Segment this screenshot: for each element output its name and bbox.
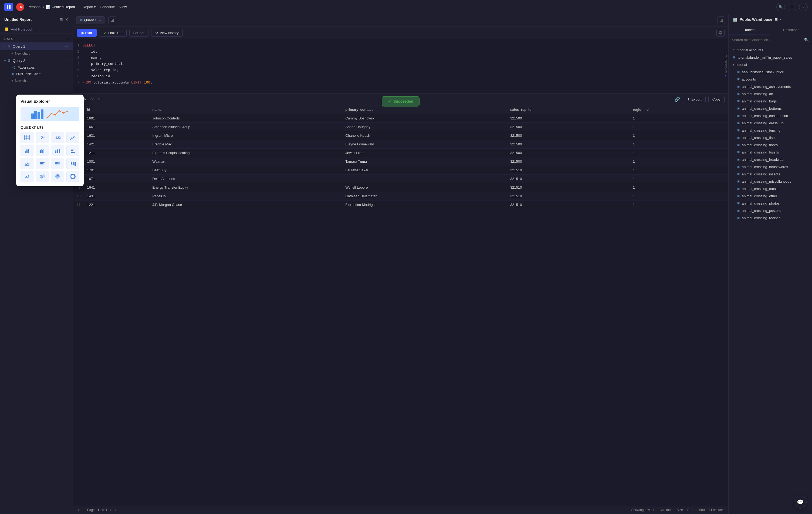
ve-banner[interactable] [21,107,73,121]
col-sales-rep-id[interactable]: sales_rep_id [506,105,629,114]
chart-type-area2[interactable] [21,171,33,182]
col-id[interactable]: id [83,105,148,114]
next-page-button[interactable]: › [109,508,112,512]
list-item[interactable]: ⊞ animal_crossing_photos [729,200,812,207]
list-item[interactable]: ⊞ animal_crossing_fish [729,134,812,141]
chart-type-grouped-bar[interactable] [36,145,49,156]
list-item[interactable]: ⊞ animal_crossing_fossils [729,148,812,156]
help-button[interactable]: ? [799,3,808,11]
settings-button[interactable] [717,29,725,37]
list-item[interactable]: ⊞ animal_crossing_other [729,192,812,200]
list-item[interactable]: ⊞ animal_crossing_bottoms [729,105,812,112]
svg-rect-50 [55,165,59,165]
query1-more-icon[interactable]: ··· [65,44,68,48]
add-notebook-button[interactable]: 📒 Add Notebook [0,25,72,34]
last-page-button[interactable]: » [114,508,118,512]
chart-type-stacked-list[interactable] [51,158,64,169]
list-item[interactable]: ⊞ animal_crossing_art [729,90,812,98]
search-button[interactable]: 🔍 [776,3,785,11]
list-item[interactable]: ⊞ animal_crossing_insects [729,170,812,178]
search-input[interactable] [732,38,802,42]
list-item[interactable]: ⊞ animal_crossing_floors [729,141,812,148]
sidebar-expand-btn[interactable]: ✕ [65,17,68,22]
pivot-table-item[interactable]: ⊞ Pivot Table Chart [0,71,72,77]
chart-type-scatter[interactable] [36,132,49,143]
add-button[interactable]: + [788,3,796,11]
svg-point-13 [67,111,68,112]
nav-view[interactable]: View [119,5,127,9]
list-item[interactable]: ⊞ accounts [729,76,812,83]
tab-tables[interactable]: Tables [729,25,771,35]
col-name[interactable]: name [148,105,342,114]
first-page-button[interactable]: « [77,508,81,512]
table-icon: ⊞ [737,114,740,117]
chart-type-single-list[interactable] [66,158,73,169]
data-add-button[interactable]: + [66,36,68,42]
cell-id: 1641 [83,183,148,192]
chart-type-number[interactable]: 123 [51,132,64,143]
chart-type-list[interactable] [36,158,49,169]
list-item[interactable]: ⊞ animal_crossing_achievements [729,83,812,90]
col-region-id[interactable]: region_id [629,105,728,114]
section-tutorial[interactable]: ▾ tutorial [729,61,812,69]
panel-expand-button[interactable] [718,17,725,24]
query2-more-icon[interactable]: ··· [65,58,68,63]
tab-more-icon[interactable]: ··· [98,18,101,22]
format-button[interactable]: Format [129,29,148,37]
list-item[interactable]: ⊞ tutorial.accounts [729,47,812,54]
list-item[interactable]: ⊞ aapl_historical_stock_price [729,69,812,76]
tab-definitions[interactable]: Definitions [771,25,812,35]
chart-type-area[interactable] [21,158,33,169]
list-item[interactable]: ⊞ animal_crossing_miscellaneous [729,178,812,185]
list-item[interactable]: ⊞ animal_crossing_dress_up [729,119,812,127]
limit-toggle[interactable]: ✓ Limit 100 [99,29,126,37]
query2-new-chart[interactable]: + New chart [0,77,72,84]
ai-magic-button[interactable]: ✦ [724,74,727,78]
chart-type-donut[interactable] [66,171,73,182]
paper-sales-item[interactable]: ∼2 Paper sales [0,64,72,71]
tab-query1[interactable]: ⊞ Query 1 ··· [76,16,105,24]
list-item[interactable]: ⊞ animal_crossing_headwear [729,156,812,163]
chart-type-table[interactable] [21,132,33,143]
warehouse-dropdown-icon[interactable]: ▾ [780,18,782,21]
list-item[interactable]: ⊞ animal_crossing_posters [729,207,812,214]
prev-page-button[interactable]: ‹ [82,508,86,512]
query1-new-chart[interactable]: + New chart [0,50,72,57]
workspace-label: Personal [28,5,41,9]
chart-type-bar[interactable] [21,145,33,156]
chart-type-line[interactable] [66,132,73,143]
chat-fab-button[interactable]: 💬 [794,496,807,509]
app-logo[interactable] [4,3,13,11]
chart-type-pie[interactable] [51,171,64,182]
collapse-icon[interactable]: ◀ [725,54,727,57]
nav-report[interactable]: Report ▾ [83,5,96,9]
sidebar-collapse-btn[interactable]: ⊞ [60,17,63,22]
list-item[interactable]: ⊞ animal_crossing_construction [729,112,812,119]
copy-button[interactable]: Copy [708,96,725,103]
list-item[interactable]: ⊞ animal_crossing_bags [729,98,812,105]
tab-source[interactable]: Source [90,97,102,102]
chart-type-bar-horizontal[interactable] [66,145,73,156]
chart-type-stacked-bar[interactable] [51,145,64,156]
link-icon[interactable]: 🔗 [675,97,680,102]
code-line-5: 5 sales_rep_id, [73,67,728,73]
col-primary-contact[interactable]: primary_contact [342,105,507,114]
chart-type-bubble[interactable] [36,171,49,182]
check-icon: ✓ [388,99,391,104]
user-avatar[interactable]: TM [16,3,24,11]
view-history-button[interactable]: ↺ View history [151,29,183,37]
sidebar-item-query1[interactable]: ▾ ⊞ Query 1 ··· [0,43,72,50]
export-button[interactable]: ⬇ Export [683,96,706,103]
list-item[interactable]: ⊞ animal_crossing_housewares [729,163,812,170]
list-item[interactable]: ⊞ animal_crossing_fencing [729,127,812,134]
nav-schedule[interactable]: Schedule [100,5,115,9]
list-item[interactable]: ⊞ tutorial.dunder_mifflin_paper_sales [729,54,812,61]
sidebar-item-query2[interactable]: ▾ ⊞ Query 2 ··· [0,57,72,64]
code-editor[interactable]: 1 SELECT 2 id, 3 name, 4 primary_contact… [73,39,728,93]
new-chart-label2: New chart [15,79,30,83]
add-tab-button[interactable] [108,16,116,24]
table-icon: ⊞ [737,100,740,103]
list-item[interactable]: ⊞ animal_crossing_recipes [729,214,812,222]
run-button[interactable]: ▶ Run [77,29,97,37]
list-item[interactable]: ⊞ animal_crossing_music [729,185,812,192]
